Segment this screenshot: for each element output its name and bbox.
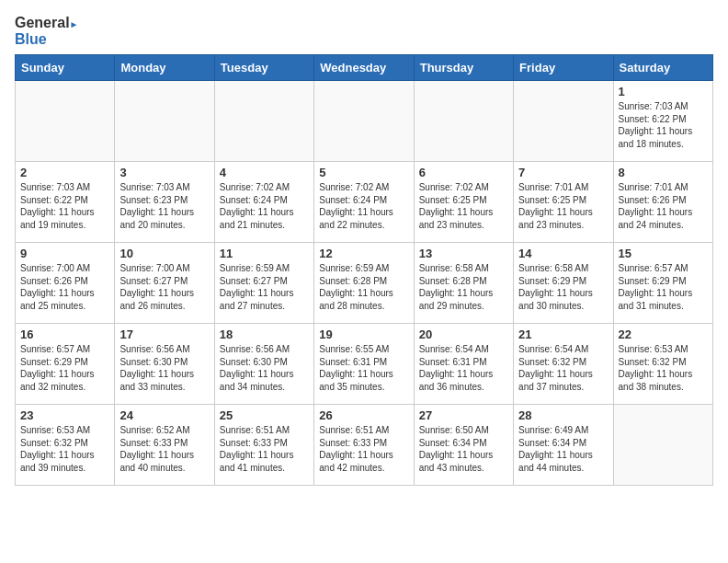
day-number: 12 [319, 247, 408, 260]
logo-general: General► [15, 15, 79, 31]
calendar-cell: 24Sunrise: 6:52 AM Sunset: 6:33 PM Dayli… [115, 405, 214, 486]
day-info: Sunrise: 6:55 AM Sunset: 6:31 PM Dayligh… [319, 343, 408, 393]
calendar-cell: 4Sunrise: 7:02 AM Sunset: 6:24 PM Daylig… [214, 162, 313, 243]
day-info: Sunrise: 7:03 AM Sunset: 6:22 PM Dayligh… [20, 181, 109, 231]
calendar-cell: 2Sunrise: 7:03 AM Sunset: 6:22 PM Daylig… [16, 162, 115, 243]
logo: General► Blue [15, 15, 79, 47]
day-info: Sunrise: 6:57 AM Sunset: 6:29 PM Dayligh… [619, 262, 708, 312]
logo-wordmark: General► Blue [15, 15, 79, 47]
day-number: 14 [518, 247, 608, 260]
weekday-header-thursday: Thursday [414, 55, 513, 81]
day-number: 21 [518, 327, 608, 341]
day-number: 15 [619, 247, 708, 260]
day-number: 25 [220, 408, 309, 422]
weekday-header-row: SundayMondayTuesdayWednesdayThursdayFrid… [16, 55, 713, 81]
day-info: Sunrise: 6:51 AM Sunset: 6:33 PM Dayligh… [220, 424, 309, 474]
day-number: 8 [619, 166, 708, 179]
calendar-cell [115, 81, 214, 162]
day-number: 6 [419, 166, 508, 179]
calendar-cell: 27Sunrise: 6:50 AM Sunset: 6:34 PM Dayli… [414, 405, 513, 486]
day-info: Sunrise: 6:51 AM Sunset: 6:33 PM Dayligh… [319, 424, 408, 474]
day-number: 16 [20, 327, 109, 341]
calendar-cell [613, 405, 712, 486]
day-info: Sunrise: 6:58 AM Sunset: 6:29 PM Dayligh… [518, 262, 608, 312]
calendar-cell: 26Sunrise: 6:51 AM Sunset: 6:33 PM Dayli… [314, 405, 414, 486]
day-info: Sunrise: 6:59 AM Sunset: 6:28 PM Dayligh… [319, 262, 408, 312]
day-number: 23 [20, 408, 109, 422]
calendar-cell: 16Sunrise: 6:57 AM Sunset: 6:29 PM Dayli… [16, 324, 115, 405]
day-number: 10 [119, 247, 209, 260]
day-number: 24 [119, 408, 209, 422]
day-info: Sunrise: 7:03 AM Sunset: 6:22 PM Dayligh… [619, 100, 708, 150]
day-number: 26 [319, 408, 408, 422]
calendar-cell: 5Sunrise: 7:02 AM Sunset: 6:24 PM Daylig… [314, 162, 414, 243]
day-number: 27 [419, 408, 508, 422]
calendar-week-3: 9Sunrise: 7:00 AM Sunset: 6:26 PM Daylig… [16, 243, 713, 324]
calendar-cell [414, 81, 513, 162]
calendar-cell: 15Sunrise: 6:57 AM Sunset: 6:29 PM Dayli… [613, 243, 712, 324]
day-number: 11 [220, 247, 309, 260]
calendar-cell [214, 81, 313, 162]
day-info: Sunrise: 7:00 AM Sunset: 6:27 PM Dayligh… [119, 262, 209, 312]
day-info: Sunrise: 7:02 AM Sunset: 6:24 PM Dayligh… [319, 181, 408, 231]
day-info: Sunrise: 6:57 AM Sunset: 6:29 PM Dayligh… [20, 343, 109, 393]
day-info: Sunrise: 6:50 AM Sunset: 6:34 PM Dayligh… [419, 424, 508, 474]
day-info: Sunrise: 6:49 AM Sunset: 6:34 PM Dayligh… [518, 424, 608, 474]
calendar-cell: 9Sunrise: 7:00 AM Sunset: 6:26 PM Daylig… [16, 243, 115, 324]
calendar-cell: 7Sunrise: 7:01 AM Sunset: 6:25 PM Daylig… [514, 162, 613, 243]
calendar-week-2: 2Sunrise: 7:03 AM Sunset: 6:22 PM Daylig… [16, 162, 713, 243]
logo-blue: Blue [15, 31, 79, 48]
calendar-cell: 10Sunrise: 7:00 AM Sunset: 6:27 PM Dayli… [115, 243, 214, 324]
day-number: 19 [319, 327, 408, 341]
day-info: Sunrise: 7:02 AM Sunset: 6:24 PM Dayligh… [220, 181, 309, 231]
calendar-cell [514, 81, 613, 162]
day-info: Sunrise: 6:56 AM Sunset: 6:30 PM Dayligh… [220, 343, 309, 393]
calendar-cell: 18Sunrise: 6:56 AM Sunset: 6:30 PM Dayli… [214, 324, 313, 405]
day-number: 1 [619, 85, 708, 98]
day-number: 5 [319, 166, 408, 179]
day-info: Sunrise: 6:59 AM Sunset: 6:27 PM Dayligh… [220, 262, 309, 312]
day-number: 4 [220, 166, 309, 179]
weekday-header-friday: Friday [514, 55, 613, 81]
calendar-week-5: 23Sunrise: 6:53 AM Sunset: 6:32 PM Dayli… [16, 405, 713, 486]
day-number: 20 [419, 327, 508, 341]
weekday-header-sunday: Sunday [16, 55, 115, 81]
calendar-cell: 25Sunrise: 6:51 AM Sunset: 6:33 PM Dayli… [214, 405, 313, 486]
day-info: Sunrise: 6:54 AM Sunset: 6:31 PM Dayligh… [419, 343, 508, 393]
day-info: Sunrise: 6:58 AM Sunset: 6:28 PM Dayligh… [419, 262, 508, 312]
calendar-week-1: 1Sunrise: 7:03 AM Sunset: 6:22 PM Daylig… [16, 81, 713, 162]
calendar-cell [314, 81, 414, 162]
weekday-header-tuesday: Tuesday [214, 55, 313, 81]
calendar-cell: 19Sunrise: 6:55 AM Sunset: 6:31 PM Dayli… [314, 324, 414, 405]
calendar-cell: 14Sunrise: 6:58 AM Sunset: 6:29 PM Dayli… [514, 243, 613, 324]
calendar-table: SundayMondayTuesdayWednesdayThursdayFrid… [15, 54, 713, 486]
calendar-cell: 21Sunrise: 6:54 AM Sunset: 6:32 PM Dayli… [514, 324, 613, 405]
calendar-cell: 6Sunrise: 7:02 AM Sunset: 6:25 PM Daylig… [414, 162, 513, 243]
day-info: Sunrise: 7:00 AM Sunset: 6:26 PM Dayligh… [20, 262, 109, 312]
day-number: 22 [619, 327, 708, 341]
weekday-header-saturday: Saturday [613, 55, 712, 81]
weekday-header-wednesday: Wednesday [314, 55, 414, 81]
day-number: 9 [20, 247, 109, 260]
day-info: Sunrise: 6:54 AM Sunset: 6:32 PM Dayligh… [518, 343, 608, 393]
calendar-cell: 12Sunrise: 6:59 AM Sunset: 6:28 PM Dayli… [314, 243, 414, 324]
calendar-cell: 22Sunrise: 6:53 AM Sunset: 6:32 PM Dayli… [613, 324, 712, 405]
day-info: Sunrise: 7:01 AM Sunset: 6:25 PM Dayligh… [518, 181, 608, 231]
day-number: 18 [220, 327, 309, 341]
day-info: Sunrise: 6:52 AM Sunset: 6:33 PM Dayligh… [119, 424, 209, 474]
day-number: 2 [20, 166, 109, 179]
calendar-week-4: 16Sunrise: 6:57 AM Sunset: 6:29 PM Dayli… [16, 324, 713, 405]
day-info: Sunrise: 6:56 AM Sunset: 6:30 PM Dayligh… [119, 343, 209, 393]
calendar-cell: 13Sunrise: 6:58 AM Sunset: 6:28 PM Dayli… [414, 243, 513, 324]
calendar-cell: 23Sunrise: 6:53 AM Sunset: 6:32 PM Dayli… [16, 405, 115, 486]
calendar-cell: 8Sunrise: 7:01 AM Sunset: 6:26 PM Daylig… [613, 162, 712, 243]
calendar-cell: 17Sunrise: 6:56 AM Sunset: 6:30 PM Dayli… [115, 324, 214, 405]
day-info: Sunrise: 6:53 AM Sunset: 6:32 PM Dayligh… [20, 424, 109, 474]
calendar-cell: 20Sunrise: 6:54 AM Sunset: 6:31 PM Dayli… [414, 324, 513, 405]
calendar-cell: 28Sunrise: 6:49 AM Sunset: 6:34 PM Dayli… [514, 405, 613, 486]
day-number: 13 [419, 247, 508, 260]
calendar-cell: 1Sunrise: 7:03 AM Sunset: 6:22 PM Daylig… [613, 81, 712, 162]
day-info: Sunrise: 6:53 AM Sunset: 6:32 PM Dayligh… [619, 343, 708, 393]
page-header: General► Blue [15, 15, 713, 47]
calendar-cell: 11Sunrise: 6:59 AM Sunset: 6:27 PM Dayli… [214, 243, 313, 324]
